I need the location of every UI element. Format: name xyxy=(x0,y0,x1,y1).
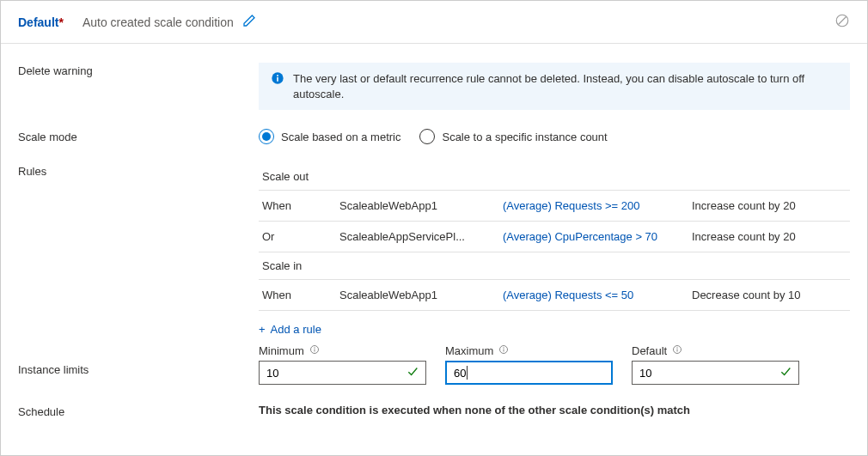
rule-action: Increase count by 20 xyxy=(675,199,847,212)
schedule-row: Schedule This scale condition is execute… xyxy=(18,404,850,418)
svg-point-12 xyxy=(677,348,678,349)
instance-limits-label: Instance limits xyxy=(18,344,259,376)
scale-out-header: Scale out xyxy=(259,163,850,191)
check-icon xyxy=(406,365,419,381)
maximum-input[interactable] xyxy=(445,361,613,385)
radio-label: Scale based on a metric xyxy=(281,131,400,143)
scale-in-header: Scale in xyxy=(259,252,850,280)
delete-warning-row: Delete warning The very last or default … xyxy=(18,63,850,110)
rules-label: Rules xyxy=(18,163,259,178)
schedule-label: Schedule xyxy=(18,404,259,418)
edit-icon[interactable] xyxy=(242,14,256,30)
svg-rect-4 xyxy=(277,77,278,82)
required-marker: * xyxy=(58,15,63,29)
rule-condition: (Average) Requests <= 50 xyxy=(503,289,675,301)
scale-mode-label: Scale mode xyxy=(18,129,259,143)
rule-condition: (Average) CpuPercentage > 70 xyxy=(503,230,675,243)
radio-scale-metric[interactable]: Scale based on a metric xyxy=(259,129,400,144)
disable-icon[interactable] xyxy=(834,13,850,31)
scale-mode-row: Scale mode Scale based on a metric Scale… xyxy=(18,129,850,144)
info-banner: The very last or default recurrence rule… xyxy=(259,63,850,110)
minimum-label: Minimum xyxy=(259,344,304,357)
info-banner-text: The very last or default recurrence rule… xyxy=(293,71,838,101)
schedule-text: This scale condition is executed when no… xyxy=(259,404,850,416)
svg-point-6 xyxy=(314,348,315,349)
maximum-limit: Maximum xyxy=(445,344,613,385)
rule-op: When xyxy=(262,289,339,301)
radio-icon xyxy=(419,129,435,144)
rule-condition: (Average) Requests >= 200 xyxy=(503,199,675,212)
scale-condition-card: Default* Auto created scale condition De… xyxy=(0,0,868,456)
title-text: Default xyxy=(18,15,58,29)
rule-row[interactable]: When ScaleableWebApp1 (Average) Requests… xyxy=(259,280,850,311)
delete-warning-label: Delete warning xyxy=(18,63,259,77)
rule-action: Increase count by 20 xyxy=(675,230,847,243)
instance-limits-row: Instance limits Minimum xyxy=(18,344,850,385)
rule-row[interactable]: When ScaleableWebApp1 (Average) Requests… xyxy=(259,191,850,222)
info-icon[interactable] xyxy=(309,344,320,357)
rule-row[interactable]: Or ScaleableAppServicePl... (Average) Cp… xyxy=(259,222,850,252)
rule-action: Decrease count by 10 xyxy=(675,289,847,301)
svg-point-3 xyxy=(277,75,278,76)
svg-line-1 xyxy=(839,17,847,25)
scale-mode-radio-group: Scale based on a metric Scale to a speci… xyxy=(259,129,850,144)
condition-title: Default* xyxy=(18,15,64,29)
rule-resource: ScaleableAppServicePl... xyxy=(339,230,503,243)
info-icon[interactable] xyxy=(672,344,682,357)
add-rule-label: Add a rule xyxy=(271,323,321,336)
default-input[interactable] xyxy=(632,361,799,385)
radio-label: Scale to a specific instance count xyxy=(442,131,607,143)
plus-icon: + xyxy=(259,323,266,336)
text-cursor xyxy=(467,366,468,380)
info-icon xyxy=(271,71,284,88)
rule-resource: ScaleableWebApp1 xyxy=(339,199,503,212)
maximum-label: Maximum xyxy=(445,344,493,357)
radio-scale-specific[interactable]: Scale to a specific instance count xyxy=(419,129,607,144)
minimum-limit: Minimum xyxy=(259,344,426,385)
default-limit: Default xyxy=(632,344,799,385)
rule-op: When xyxy=(262,199,339,212)
rule-resource: ScaleableWebApp1 xyxy=(339,289,503,301)
limits-group: Minimum Maximum xyxy=(259,344,850,385)
check-icon xyxy=(779,365,792,381)
card-header: Default* Auto created scale condition xyxy=(1,1,867,44)
default-label: Default xyxy=(632,344,667,357)
rules-row: Rules Scale out When ScaleableWebApp1 (A… xyxy=(18,163,850,336)
info-icon[interactable] xyxy=(498,344,509,357)
rule-op: Or xyxy=(262,230,339,243)
condition-description: Auto created scale condition xyxy=(83,15,234,29)
minimum-input[interactable] xyxy=(259,361,426,385)
radio-icon xyxy=(259,129,274,144)
add-rule-button[interactable]: + Add a rule xyxy=(259,323,321,336)
rules-table: Scale out When ScaleableWebApp1 (Average… xyxy=(259,163,850,311)
svg-point-9 xyxy=(504,348,504,349)
